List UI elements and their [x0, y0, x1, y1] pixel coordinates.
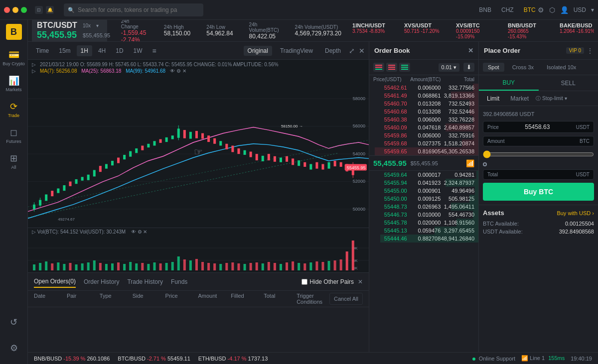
ticker-pair-xvsbtc[interactable]: XVS/BTC 0.0009150 -15.09% — [451, 20, 501, 41]
ob-decimal-selector[interactable]: 0.01 ▾ — [439, 63, 459, 72]
svg-text:58150.00 →: 58150.00 → — [281, 124, 303, 128]
ob-view-2[interactable] — [386, 63, 397, 72]
sell-order-row[interactable]: 55460.090.0476182,640.89857 — [369, 123, 478, 131]
ob-view-3[interactable] — [399, 63, 410, 72]
ob-download-icon[interactable]: ⬇ — [463, 63, 474, 72]
buy-with[interactable]: Buy with USD › — [557, 210, 594, 216]
tab-open-orders[interactable]: Open Orders(0) — [34, 276, 76, 288]
buy-order-row[interactable]: 55446.730.010000554.46730 — [369, 211, 478, 219]
top-coin-btc[interactable]: BTC — [522, 5, 538, 14]
fullscreen-icon[interactable]: ⤢ — [349, 47, 355, 55]
tab-4h[interactable]: 4H — [94, 45, 110, 56]
tab-1w[interactable]: 1W — [130, 45, 147, 56]
status-btcbusd[interactable]: BTC/BUSD -2.71 % 55459.11 — [118, 356, 190, 362]
ob-view-1[interactable] — [373, 63, 384, 72]
ticker-pair-bakebusd[interactable]: BAKE/BUSD 1.2064 -16.91% — [555, 20, 594, 41]
status-ethbusd[interactable]: ETH/BUSD -4.17 % 1737.13 — [198, 356, 268, 362]
buy-order-row[interactable]: 55459.640.0000170.94281 — [369, 171, 478, 179]
close-orders-icon[interactable]: ✕ — [358, 278, 363, 285]
ot-stoplimit[interactable]: Stop-limit — [542, 96, 563, 101]
tab-order-history[interactable]: Order History — [84, 276, 119, 287]
view-depth[interactable]: Depth — [321, 46, 345, 56]
sell-order-row[interactable]: 55459.650.81690545,305.26538 — [369, 147, 478, 155]
view-original[interactable]: Original — [244, 46, 272, 56]
view-tradingview[interactable]: TradingView — [276, 46, 317, 56]
leverage-badge[interactable]: 10x — [80, 22, 93, 29]
profile-icon[interactable]: 👤 — [560, 6, 569, 14]
svg-rect-98 — [147, 264, 150, 270]
total-input[interactable]: Total USDT — [483, 169, 594, 180]
more-options-icon[interactable]: ⋮ — [587, 47, 593, 54]
sell-order-row[interactable]: 55459.680.0273751,518.20874 — [369, 139, 478, 147]
sell-order-row[interactable]: 55460.700.013208732.52493 — [369, 100, 478, 108]
ticker-pair-1inch[interactable]: 1INCH/USDT 3.7534 -8.83% — [347, 20, 397, 41]
buy-order-row[interactable]: 55455.940.0419232,324.87937 — [369, 179, 478, 187]
sidebar-item-markets[interactable]: 📊 Markets — [2, 72, 26, 96]
buy-order-row[interactable]: 55448.730.0269631,495.06411 — [369, 203, 478, 211]
sidebar-item-all[interactable]: ⊞ All — [2, 149, 26, 173]
mode-spot[interactable]: Spot — [483, 63, 504, 72]
top-coin-bnb[interactable]: BNB — [477, 5, 493, 14]
current-pair-btcusdt[interactable]: BTC/USDT 10x ▾ 55,455.95 $55,455.95 — [32, 20, 107, 42]
cancel-all-button[interactable]: Cancel All — [329, 293, 363, 305]
status-bnbbusd[interactable]: BNB/BUSD -15.39 % 260.1086 — [34, 356, 110, 362]
tab-1d[interactable]: 1D — [112, 45, 127, 56]
tab-sell[interactable]: SELL — [539, 75, 598, 91]
order-book-close[interactable]: ✕ — [468, 47, 473, 54]
buy-order-row[interactable]: 55450.000.009125505.98125 — [369, 195, 478, 203]
price-input[interactable]: Price 55458.63 USDT — [483, 121, 594, 133]
buy-order-row[interactable]: 55445.780.0200001,108.91560 — [369, 219, 478, 227]
tab-1h[interactable]: 1H — [77, 45, 92, 56]
sell-order-row[interactable]: 55462.610.006000332.77566 — [369, 84, 478, 92]
binance-logo[interactable]: B — [6, 24, 22, 40]
window-icon-1[interactable]: ⊡ — [35, 6, 43, 14]
traffic-light-red[interactable] — [4, 7, 10, 13]
hide-other-pairs-checkbox[interactable] — [301, 279, 307, 285]
ot-limit[interactable]: Limit — [483, 94, 503, 103]
amount-slider[interactable] — [483, 150, 594, 158]
sell-order-row[interactable]: 55461.490.0688613,819.13366 — [369, 92, 478, 100]
tab-time[interactable]: Time — [32, 45, 53, 56]
sidebar-item-buy-crypto[interactable]: 💳 Buy Crypto — [2, 46, 26, 70]
tab-funds[interactable]: Funds — [171, 276, 187, 287]
svg-rect-107 — [201, 262, 204, 270]
usdt-available-row: USDT Available: 392.84908568 — [483, 228, 594, 236]
tab-trade-history[interactable]: Trade History — [127, 276, 163, 287]
ticker-pair-bnbusdt[interactable]: BNB/USDT 260.0865 -15.43% — [503, 20, 553, 41]
svg-rect-49 — [244, 150, 246, 155]
top-coin-chz[interactable]: CHZ — [499, 5, 516, 14]
form-slider[interactable] — [483, 149, 594, 159]
online-support[interactable]: Online Support — [472, 356, 515, 362]
amount-input[interactable]: Amount BTC — [483, 136, 594, 146]
mode-cross[interactable]: Cross 3x — [507, 63, 539, 72]
window-icon-2[interactable]: 🔔 — [46, 6, 54, 14]
notifications-icon[interactable]: ⬡ — [549, 6, 555, 14]
buy-order-row[interactable]: 55444.460.88270848,941.26840 — [369, 235, 478, 243]
svg-rect-96 — [135, 263, 138, 270]
sidebar-item-trade[interactable]: ⟳ Trade — [2, 98, 26, 121]
ticker-pair-xvsusdt[interactable]: XVS/USDT 50.715 -17.20% — [399, 20, 449, 41]
sidebar-item-futures[interactable]: ◻ Futures — [2, 123, 26, 147]
col-total: Total — [264, 293, 297, 305]
stop-limit-wrap[interactable]: ⓘ Stop-limit ▾ — [536, 95, 567, 102]
sidebar-item-refresh[interactable]: ↺ — [2, 310, 26, 334]
buy-order-row[interactable]: 55445.130.0594763,297.65455 — [369, 227, 478, 235]
sidebar-item-settings[interactable]: ⚙ — [2, 336, 26, 360]
mode-isolated[interactable]: Isolated 10x — [542, 63, 581, 72]
sell-order-row[interactable]: 55460.680.013208732.52446 — [369, 108, 478, 116]
chart-settings-icon[interactable]: ≡ — [149, 45, 160, 57]
tab-buy[interactable]: BUY — [479, 75, 539, 91]
buy-btc-button[interactable]: Buy BTC — [483, 183, 594, 201]
settings-icon[interactable]: ⚙ — [538, 6, 544, 14]
buy-order-row[interactable]: 55455.000.00090149.96496 — [369, 187, 478, 195]
currency-selector[interactable]: USD — [574, 6, 586, 13]
tab-15m[interactable]: 15m — [55, 45, 74, 56]
svg-rect-33 — [159, 139, 162, 143]
ot-market[interactable]: Market — [506, 94, 533, 103]
sell-order-row[interactable]: 55459.860.006000332.75916 — [369, 131, 478, 139]
traffic-light-green[interactable] — [21, 7, 27, 13]
traffic-light-yellow[interactable] — [12, 7, 18, 13]
search-input[interactable] — [64, 3, 203, 16]
sell-order-row[interactable]: 55460.380.006000332.76228 — [369, 116, 478, 123]
close-chart-icon[interactable]: ✕ — [359, 47, 365, 55]
